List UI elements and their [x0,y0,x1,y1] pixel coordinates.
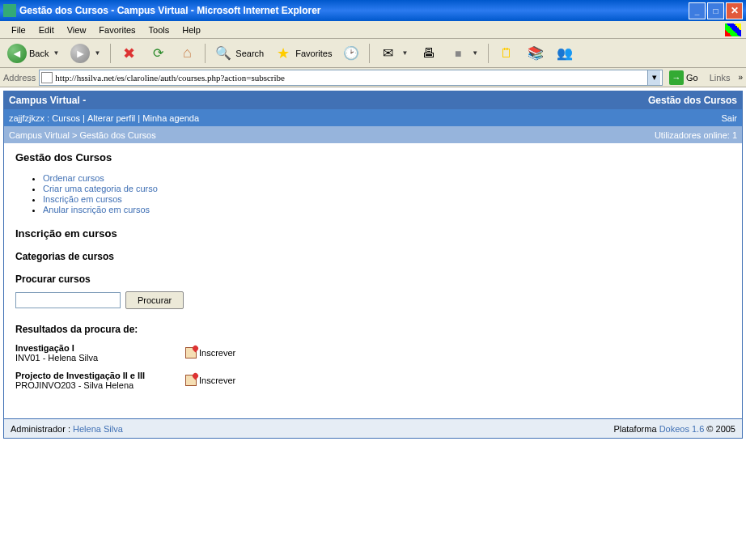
breadcrumb-sep: > [70,130,80,140]
result-subtitle: PROJINVO203 - Silva Helena [15,380,185,390]
back-label: Back [29,49,49,58]
nav-link-logout[interactable]: Sair [721,113,737,123]
stop-button[interactable]: ✖ [115,41,142,66]
maximize-button[interactable]: □ [707,2,724,19]
discuss-button[interactable]: 🗒 [493,41,520,66]
nav-link-perfil[interactable]: Alterar perfil [87,113,135,123]
action-criar-categoria[interactable]: Criar uma categoria de curso [43,184,158,193]
chevron-right-icon[interactable]: » [738,73,743,82]
platform-label: Plataforma [613,424,656,434]
action-inscricao[interactable]: Inscrição em cursos [43,194,122,204]
stop-icon: ✖ [119,44,138,63]
books-icon: 📚 [526,44,545,63]
separator [369,44,370,63]
research-button[interactable]: 📚 [522,41,549,66]
search-input[interactable] [15,292,121,308]
nav-link-agenda[interactable]: Minha agenda [142,113,199,123]
address-input[interactable] [55,73,647,83]
result-course: Investigação I INV01 - Helena Silva [15,343,185,363]
links-label[interactable]: Links [705,73,735,83]
site-title: Campus Virtual - [9,95,86,106]
messenger-button[interactable]: 👥 [551,41,579,66]
footer-right: Plataforma Dokeos 1.6 © 2005 [613,424,735,434]
result-subtitle: INV01 - Helena Silva [15,353,185,363]
menu-help[interactable]: Help [176,23,207,36]
breadcrumb-current: Gestão dos Cursos [80,130,156,140]
address-dropdown[interactable]: ▾ [647,70,660,85]
go-button[interactable]: → Go [666,70,701,85]
search-button[interactable]: Procurar [125,291,184,309]
back-button[interactable]: ◄ Back ▼ [3,41,65,66]
edit-button[interactable]: ■ ▼ [444,41,484,66]
back-icon: ◄ [7,44,27,63]
breadcrumb-root[interactable]: Campus Virtual [9,130,70,140]
action-ordenar[interactable]: Ordenar cursos [43,173,104,183]
admin-label: Administrador : [11,424,70,434]
history-button[interactable]: 🕑 [337,41,365,66]
enroll-label: Inscrever [199,348,235,358]
menu-favorites[interactable]: Favorites [92,23,142,36]
results-heading: Resultados da procura de: [15,324,731,335]
user-navbar: zajjfzjkzx : Cursos | Alterar perfil | M… [4,109,742,126]
navbar-username: zajjfzjkzx : [9,113,49,123]
page-footer: Administrador : Helena Silva Plataforma … [4,418,742,438]
result-title: Investigação I [15,343,185,353]
nav-link-cursos[interactable]: Cursos [52,113,80,123]
users-online-count: 1 [732,130,737,140]
windows-flag-icon [725,23,741,36]
chevron-down-icon: ▼ [400,49,409,57]
minimize-button[interactable]: _ [689,2,706,19]
mail-button[interactable]: ✉ ▼ [374,41,413,66]
enroll-label: Inscrever [199,375,235,385]
site-header-section: Gestão dos Cursos [648,95,737,106]
search-button[interactable]: 🔍 Search [210,41,268,66]
menubar: File Edit View Favorites Tools Help [0,21,746,39]
star-icon: ★ [273,44,293,63]
menu-view[interactable]: View [61,23,93,36]
home-button[interactable]: ⌂ [173,41,201,66]
admin-name-link[interactable]: Helena Silva [73,424,123,434]
list-item: Anular inscrição em cursos [43,205,731,214]
separator [205,44,206,63]
edit-icon: ■ [448,44,468,63]
refresh-button[interactable]: ⟳ [144,41,172,66]
list-item: Ordenar cursos [43,173,731,183]
close-button[interactable]: ✕ [726,2,743,19]
mail-icon: ✉ [378,44,397,63]
forward-icon: ► [70,44,90,63]
result-row: Investigação I INV01 - Helena Silva Insc… [15,343,731,363]
separator [110,44,111,63]
window-title: Gestão dos Cursos - Campus Virtual - Mic… [19,5,689,16]
address-label: Address [3,73,36,83]
list-item: Criar uma categoria de curso [43,184,731,193]
window-titlebar: Gestão dos Cursos - Campus Virtual - Mic… [0,0,746,21]
platform-link[interactable]: Dokeos 1.6 [659,424,705,434]
home-icon: ⌂ [177,44,197,63]
print-icon: 🖶 [419,44,439,63]
menu-edit[interactable]: Edit [32,23,61,36]
menu-tools[interactable]: Tools [142,23,176,36]
window-controls: _ □ ✕ [689,2,743,19]
toolbar: ◄ Back ▼ ► ▼ ✖ ⟳ ⌂ 🔍 Search ★ Favorites … [0,39,746,68]
go-label: Go [686,73,698,83]
users-online-label: Utilizadores online: [655,130,730,140]
categories-heading: Categorias de cursos [15,251,731,262]
section-title: Inscrição em cursos [15,227,731,240]
menu-file[interactable]: File [5,23,32,36]
action-list: Ordenar cursos Criar uma categoria de cu… [15,173,731,214]
result-course: Projecto de Investigação II e III PROJIN… [15,371,185,390]
print-button[interactable]: 🖶 [415,41,443,66]
action-anular[interactable]: Anular inscrição em cursos [43,205,150,214]
enroll-link[interactable]: Inscrever [185,347,235,358]
refresh-icon: ⟳ [148,44,167,63]
enroll-link[interactable]: Inscrever [185,375,235,386]
forward-button[interactable]: ► ▼ [66,41,106,66]
app-icon [3,4,16,17]
search-label: Search [235,49,264,58]
favorites-button[interactable]: ★ Favorites [269,41,336,66]
history-icon: 🕑 [341,44,361,63]
messenger-icon: 👥 [555,44,574,63]
search-icon: 🔍 [214,44,233,63]
nav-sep: | [80,113,87,123]
page-frame: Campus Virtual - Gestão dos Cursos zajjf… [3,91,743,439]
